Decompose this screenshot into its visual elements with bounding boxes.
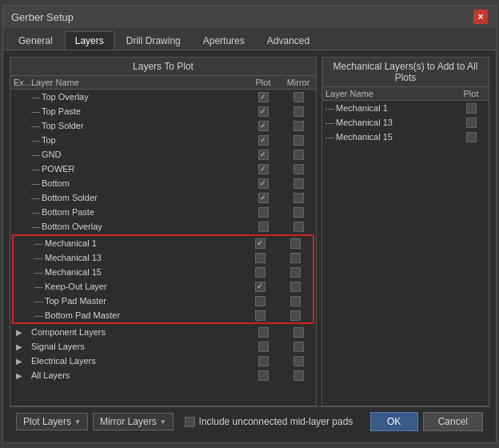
title-bar: Gerber Setup × bbox=[3, 6, 496, 28]
plot-checkbox[interactable] bbox=[258, 193, 269, 203]
table-row: —Bottom Paste bbox=[10, 205, 316, 219]
table-row: —GND bbox=[10, 147, 316, 162]
mirror-checkbox[interactable] bbox=[290, 296, 301, 306]
plot-checkbox[interactable] bbox=[258, 207, 269, 218]
col-name-header: Layer Name bbox=[28, 78, 246, 87]
cancel-button[interactable]: Cancel bbox=[423, 412, 483, 431]
dropdown-arrow-icon: ▼ bbox=[160, 418, 166, 426]
plot-checkbox[interactable] bbox=[258, 164, 269, 174]
plot-checkbox[interactable] bbox=[466, 132, 477, 142]
mirror-checkbox[interactable] bbox=[293, 356, 304, 366]
panels-container: Layers To Plot Ex... Layer Name Plot Mir… bbox=[10, 57, 489, 406]
mirror-checkbox[interactable] bbox=[293, 207, 304, 218]
mirror-checkbox[interactable] bbox=[293, 193, 304, 203]
tab-content: Layers To Plot Ex... Layer Name Plot Mir… bbox=[3, 50, 496, 442]
expand-icon[interactable]: ▶ bbox=[14, 370, 25, 381]
expand-icon[interactable]: ▶ bbox=[14, 341, 25, 352]
table-row: —Mechanical 15 bbox=[14, 265, 313, 279]
plot-checkbox[interactable] bbox=[258, 121, 269, 131]
mirror-checkbox[interactable] bbox=[293, 164, 304, 174]
plot-checkbox[interactable] bbox=[466, 118, 477, 128]
col-mirror-header: Mirror bbox=[281, 78, 316, 87]
plot-checkbox[interactable] bbox=[258, 150, 269, 160]
mirror-checkbox[interactable] bbox=[293, 178, 304, 189]
mirror-checkbox[interactable] bbox=[293, 150, 304, 160]
tab-drill-drawing[interactable]: Drill Drawing bbox=[116, 31, 191, 50]
table-row: —Bottom Pad Master bbox=[14, 308, 313, 322]
left-panel: Layers To Plot Ex... Layer Name Plot Mir… bbox=[10, 57, 317, 406]
plot-checkbox[interactable] bbox=[255, 310, 265, 321]
highlighted-section: —Mechanical 1 —Mechanical 13 — bbox=[12, 234, 314, 324]
table-row: —Bottom bbox=[10, 176, 316, 190]
mirror-checkbox[interactable] bbox=[293, 92, 304, 102]
col-plot-header: Plot bbox=[246, 78, 281, 87]
close-button[interactable]: × bbox=[473, 10, 488, 24]
plot-checkbox[interactable] bbox=[258, 342, 269, 352]
plot-checkbox[interactable] bbox=[255, 238, 265, 249]
tab-general[interactable]: General bbox=[8, 31, 63, 50]
right-table-body: —Mechanical 1 —Mechanical 13 —Mechanical… bbox=[322, 101, 489, 406]
include-unconnected-checkbox[interactable] bbox=[185, 417, 195, 427]
table-row: —Bottom Solder bbox=[10, 190, 316, 205]
table-row: —POWER bbox=[10, 162, 316, 176]
tab-advanced[interactable]: Advanced bbox=[257, 31, 320, 50]
mirror-checkbox[interactable] bbox=[290, 253, 301, 263]
group-row-all: ▶ All Layers bbox=[10, 368, 316, 382]
table-row: —Mechanical 1 bbox=[14, 236, 313, 250]
plot-layers-button[interactable]: Plot Layers ▼ bbox=[16, 413, 88, 430]
table-row: —Mechanical 13 bbox=[322, 115, 489, 130]
mirror-checkbox[interactable] bbox=[293, 327, 304, 338]
plot-checkbox[interactable] bbox=[258, 222, 269, 232]
action-buttons: OK Cancel bbox=[370, 412, 483, 431]
right-table-header: Layer Name Plot bbox=[322, 87, 489, 101]
mirror-checkbox[interactable] bbox=[290, 267, 301, 278]
dropdown-arrow-icon: ▼ bbox=[74, 418, 81, 426]
table-row: —Mechanical 1 bbox=[322, 101, 489, 115]
plot-checkbox[interactable] bbox=[258, 178, 269, 189]
mirror-layers-button[interactable]: Mirror Layers ▼ bbox=[93, 413, 174, 430]
plot-checkbox[interactable] bbox=[255, 267, 265, 278]
mirror-checkbox[interactable] bbox=[290, 310, 301, 321]
right-col-name-header: Layer Name bbox=[322, 89, 453, 98]
plot-checkbox[interactable] bbox=[255, 253, 265, 263]
right-panel: Mechanical Layers(s) to Add to All Plots… bbox=[321, 57, 489, 406]
table-row: —Top Paste bbox=[10, 104, 316, 118]
plot-checkbox[interactable] bbox=[255, 296, 265, 306]
plot-checkbox[interactable] bbox=[258, 92, 269, 102]
mirror-checkbox[interactable] bbox=[293, 222, 304, 232]
tab-apertures[interactable]: Apertures bbox=[193, 31, 255, 50]
mirror-checkbox[interactable] bbox=[293, 370, 304, 381]
mirror-checkbox[interactable] bbox=[290, 282, 301, 292]
plot-checkbox[interactable] bbox=[255, 282, 265, 292]
left-table-body: —Top Overlay —Top Paste —Top Solder bbox=[10, 90, 316, 406]
expand-icon[interactable]: ▶ bbox=[14, 326, 25, 338]
group-row-signal: ▶ Signal Layers bbox=[10, 339, 316, 354]
plot-checkbox[interactable] bbox=[466, 103, 477, 114]
table-row: —Mechanical 15 bbox=[322, 130, 489, 144]
mirror-checkbox[interactable] bbox=[293, 121, 304, 131]
plot-checkbox[interactable] bbox=[258, 370, 269, 381]
gerber-setup-dialog: Gerber Setup × General Layers Drill Draw… bbox=[2, 5, 497, 443]
group-row-electrical: ▶ Electrical Layers bbox=[10, 354, 316, 368]
dialog-title: Gerber Setup bbox=[11, 11, 74, 23]
plot-checkbox[interactable] bbox=[258, 135, 269, 146]
col-ex-header: Ex... bbox=[10, 78, 28, 87]
plot-checkbox[interactable] bbox=[258, 106, 269, 117]
ok-button[interactable]: OK bbox=[370, 412, 418, 431]
mirror-checkbox[interactable] bbox=[293, 342, 304, 352]
group-row-component: ▶ Component Layers bbox=[10, 325, 316, 339]
table-row: —Top Solder bbox=[10, 118, 316, 133]
left-panel-header: Layers To Plot bbox=[10, 58, 316, 76]
expand-icon[interactable]: ▶ bbox=[14, 355, 25, 366]
right-col-plot-header: Plot bbox=[453, 89, 489, 98]
left-table-header: Ex... Layer Name Plot Mirror bbox=[10, 76, 316, 90]
include-unconnected-label: Include unconnected mid-layer pads bbox=[185, 416, 353, 427]
mirror-checkbox[interactable] bbox=[290, 238, 301, 249]
plot-checkbox[interactable] bbox=[258, 356, 269, 366]
mirror-checkbox[interactable] bbox=[293, 106, 304, 117]
mirror-checkbox[interactable] bbox=[293, 135, 304, 146]
table-row: —Top bbox=[10, 133, 316, 147]
tab-layers[interactable]: Layers bbox=[65, 31, 114, 50]
table-row: —Keep-Out Layer bbox=[14, 279, 313, 294]
plot-checkbox[interactable] bbox=[258, 327, 269, 338]
